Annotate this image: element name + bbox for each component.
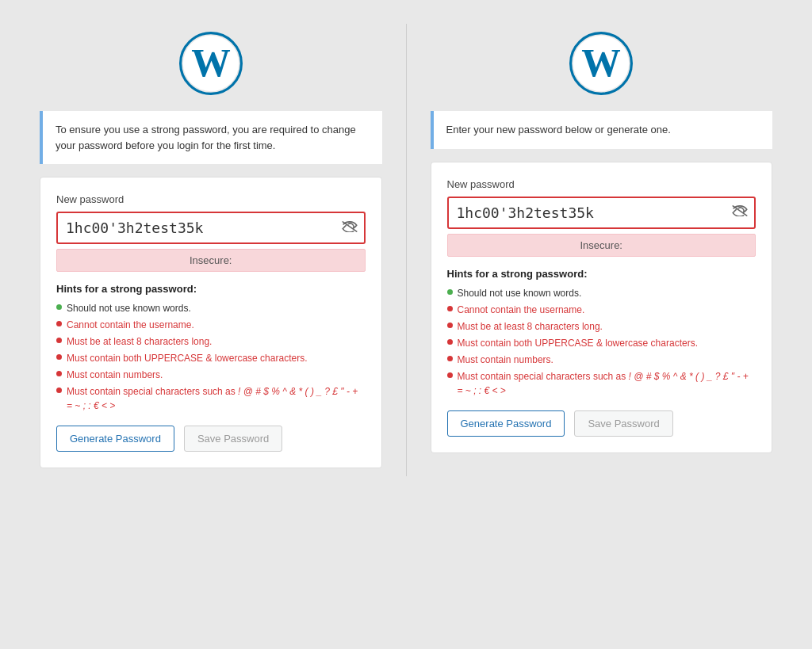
right-info-text: Enter your new password below or generat… [446, 124, 671, 136]
left-save-button[interactable]: Save Password [184, 426, 282, 452]
dot-red-icon [56, 354, 62, 360]
left-info-text: To ensure you use a strong password, you… [56, 124, 356, 151]
list-item: Must contain special characters such as … [56, 384, 366, 413]
dot-red-icon [56, 371, 62, 376]
right-form-card: New password Insecure: Hints for a stron… [431, 162, 773, 453]
list-item: Cannot contain the username. [56, 318, 366, 332]
left-generate-button[interactable]: Generate Password [56, 426, 174, 452]
dot-green-icon [56, 304, 62, 310]
list-item: Must contain numbers. [447, 353, 756, 367]
left-hints-section: Hints for a strong password: Should not … [56, 283, 366, 413]
left-buttons-row: Generate Password Save Password [56, 426, 366, 452]
list-item: Must contain both UPPERCASE & lowercase … [56, 351, 366, 365]
dot-red-icon [447, 306, 453, 311]
list-item: Must contain both UPPERCASE & lowercase … [447, 336, 756, 350]
left-form-card: New password Insecure: Hints for a stron… [40, 177, 382, 468]
right-panel: W Enter your new password below or gener… [407, 16, 797, 484]
left-insecure-badge: Insecure: [56, 249, 366, 272]
list-item: Should not use known words. [56, 301, 366, 315]
right-generate-button[interactable]: Generate Password [447, 410, 565, 437]
right-eye-icon[interactable] [732, 205, 748, 220]
left-hints-list: Should not use known words. Cannot conta… [56, 301, 366, 413]
dot-red-icon [447, 339, 453, 345]
right-save-button[interactable]: Save Password [574, 410, 672, 437]
dot-red-icon [56, 321, 62, 326]
page-container: W To ensure you use a strong password, y… [16, 16, 796, 484]
right-hints-title: Hints for a strong password: [447, 268, 756, 280]
left-panel: W To ensure you use a strong password, y… [16, 16, 406, 484]
dot-red-icon [56, 338, 62, 343]
left-password-input[interactable] [56, 212, 366, 244]
left-password-wrapper [56, 212, 366, 244]
list-item: Must contain numbers. [56, 368, 366, 382]
dot-green-icon [447, 289, 453, 295]
right-hints-list: Should not use known words. Cannot conta… [447, 286, 756, 398]
right-hints-section: Hints for a strong password: Should not … [447, 268, 756, 398]
dot-red-icon [447, 323, 453, 328]
dot-red-icon [447, 372, 453, 378]
list-item: Must be at least 8 characters long. [447, 319, 756, 334]
list-item: Cannot contain the username. [447, 303, 756, 317]
list-item: Must contain special characters such as … [447, 369, 756, 398]
right-password-wrapper [447, 197, 756, 229]
left-field-label: New password [56, 193, 366, 205]
dot-red-icon [447, 356, 453, 361]
left-info-box: To ensure you use a strong password, you… [40, 111, 382, 164]
list-item: Must be at least 8 characters long. [56, 334, 366, 349]
wordpress-logo-right: W [569, 32, 633, 95]
right-info-box: Enter your new password below or generat… [431, 111, 773, 149]
right-field-label: New password [447, 178, 756, 190]
left-hints-title: Hints for a strong password: [56, 283, 366, 295]
right-password-input[interactable] [447, 197, 756, 229]
right-insecure-badge: Insecure: [447, 234, 756, 257]
svg-text:W: W [191, 41, 231, 85]
right-buttons-row: Generate Password Save Password [447, 410, 756, 437]
left-eye-icon[interactable] [342, 221, 358, 235]
dot-red-icon [56, 387, 62, 393]
wordpress-logo-left: W [179, 32, 243, 95]
list-item: Should not use known words. [447, 286, 756, 300]
svg-text:W: W [581, 41, 621, 85]
